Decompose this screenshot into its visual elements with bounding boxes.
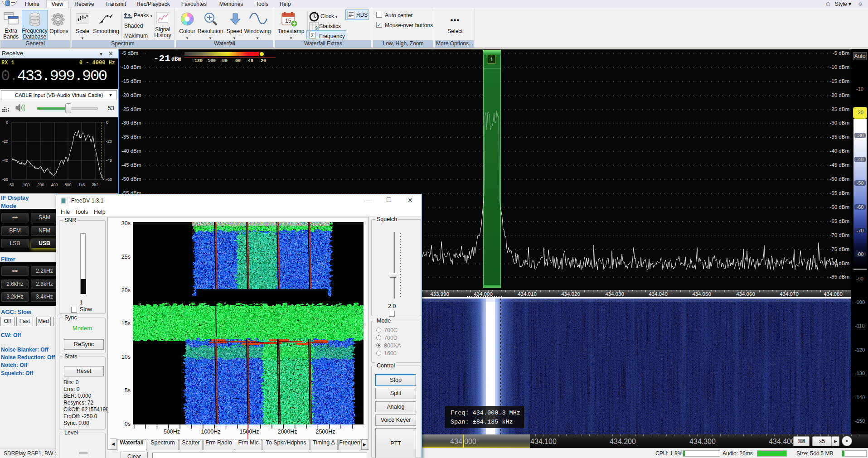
svg-text:100: 100 — [23, 183, 29, 187]
svg-text:3k2: 3k2 — [92, 183, 99, 187]
svg-text:800: 800 — [64, 183, 71, 187]
svg-text:200: 200 — [37, 183, 44, 187]
svg-text:50: 50 — [10, 183, 14, 187]
svg-text:15: 15 — [285, 18, 291, 24]
svg-text:400: 400 — [51, 183, 58, 187]
svg-text:-20: -20 — [2, 139, 8, 144]
svg-text:0: 0 — [106, 120, 108, 125]
svg-text:-20: -20 — [106, 139, 112, 144]
svg-text:-40: -40 — [106, 158, 112, 163]
svg-text:-60: -60 — [2, 177, 8, 182]
svg-text:0: 0 — [6, 120, 8, 125]
svg-text:-40: -40 — [2, 158, 8, 163]
svg-text:1k6: 1k6 — [78, 183, 85, 187]
svg-text:-60: -60 — [106, 177, 112, 182]
